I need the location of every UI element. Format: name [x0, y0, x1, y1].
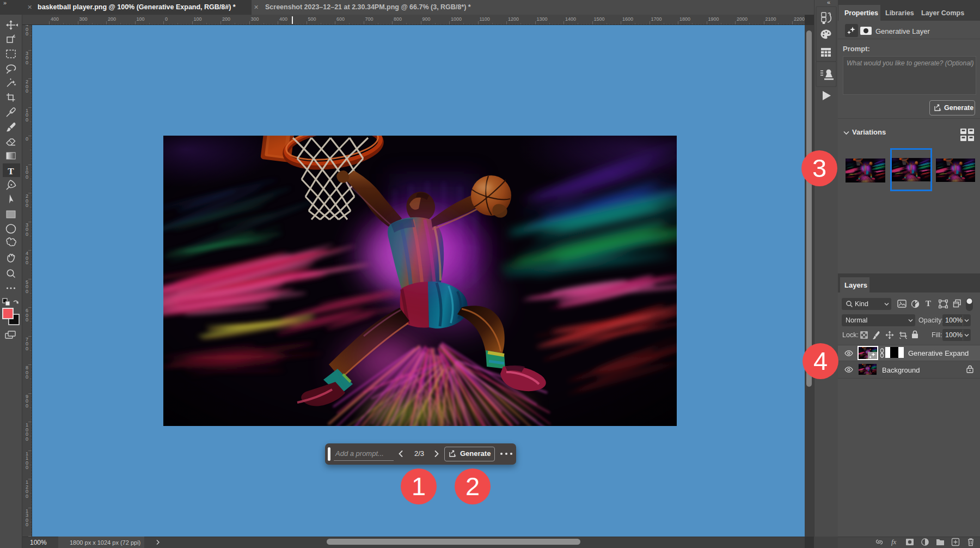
svg-text:T: T	[8, 166, 14, 176]
svg-text:fx: fx	[891, 538, 897, 546]
